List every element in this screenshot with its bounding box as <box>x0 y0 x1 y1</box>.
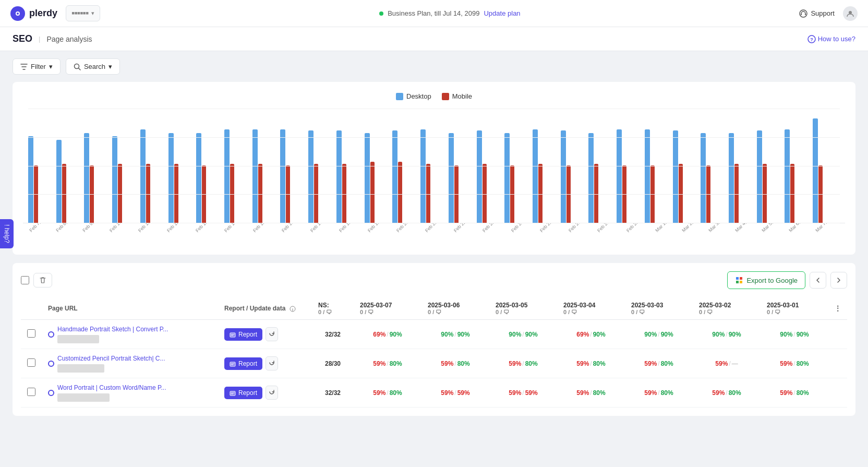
page-header-left: SEO | Page analysis <box>13 33 92 44</box>
refresh-button[interactable] <box>266 386 278 400</box>
bar-group <box>617 129 644 223</box>
row-checkbox[interactable] <box>27 329 35 338</box>
how-to-use-link[interactable]: ? How to use? <box>807 35 855 43</box>
chart-date-label: Mar 2, 2025 <box>681 223 703 233</box>
chart-date-label: Feb 13, 2025 <box>195 223 218 233</box>
seo-label: SEO <box>13 33 32 44</box>
desktop-bar <box>336 130 342 223</box>
chart-area: Feb 7, 2025Feb 8, 2025Feb 9, 2025Feb 10,… <box>23 109 845 244</box>
mobile-bar <box>118 164 122 223</box>
chart-date-label: Feb 8, 2025 <box>55 223 77 233</box>
url-thumbnail <box>57 393 110 402</box>
score-cell: 59%/80% <box>625 349 693 378</box>
score-cell: 59%/80% <box>557 349 625 378</box>
desktop-bar <box>56 140 62 223</box>
url-cell: Handmade Portrait Sketch | Convert P... <box>42 320 218 349</box>
bar-group <box>196 133 223 223</box>
refresh-button[interactable] <box>266 356 278 370</box>
table-row: Customized Pencil Portrait Sketch| C... … <box>21 349 847 378</box>
mobile-bar <box>90 165 94 223</box>
ns-cell: 28/30 <box>312 349 354 378</box>
table-toolbar-right: Export to Google <box>727 271 847 289</box>
update-plan-link[interactable]: Update plan <box>484 9 520 17</box>
help-bubble[interactable]: ! help? <box>0 219 14 248</box>
user-avatar[interactable] <box>843 6 858 21</box>
trash-icon <box>39 277 46 284</box>
bar-group <box>224 129 251 223</box>
mobile-bar <box>594 164 598 223</box>
row-checkbox[interactable] <box>27 388 35 396</box>
desktop-bar <box>252 129 258 223</box>
mobile-bar <box>314 164 318 223</box>
table-body: Handmade Portrait Sketch | Convert P... … <box>21 320 847 408</box>
table-container: Export to Google Page URL R <box>13 263 855 416</box>
page-url-link[interactable]: Customized Pencil Portrait Sketch| C... <box>57 355 165 362</box>
plan-selector[interactable]: ▪▪▪▪▪▪ ▾ <box>66 5 100 21</box>
row-checkbox-cell <box>21 349 42 378</box>
bar-group <box>365 133 392 223</box>
logo-text: plerdy <box>29 8 57 19</box>
table-row: Word Portrait | Custom Word/Name P... Re… <box>21 378 847 408</box>
master-checkbox[interactable] <box>21 276 29 284</box>
report-cell: Report <box>218 378 312 408</box>
more-cell <box>828 349 847 378</box>
score-cell: 69%/90% <box>354 320 421 349</box>
mobile-legend-color <box>442 93 449 100</box>
score-cell: 59%/80% <box>761 349 828 378</box>
filter-button[interactable]: Filter ▾ <box>13 58 61 75</box>
svg-rect-17 <box>230 362 235 366</box>
report-button[interactable]: Report <box>224 387 262 399</box>
chart-date-label: Feb 21, 2025 <box>424 223 448 233</box>
mobile-bar <box>706 165 710 223</box>
table-row: Handmade Portrait Sketch | Convert P... … <box>21 320 847 349</box>
chevron-icon: ▾ <box>91 10 94 17</box>
chart-date-label: Feb 18, 2025 <box>338 223 361 233</box>
svg-rect-16 <box>230 333 235 337</box>
report-button[interactable]: Report <box>224 357 262 370</box>
delete-button[interactable] <box>33 273 52 288</box>
export-google-button[interactable]: Export to Google <box>727 271 805 289</box>
score-cell: 90%/90% <box>625 320 693 349</box>
svg-rect-18 <box>230 391 235 396</box>
chart-date-label: Feb 10, 2025 <box>108 223 132 233</box>
score-cell: 59%/80% <box>761 378 828 408</box>
chart-date-label: Feb 16, 2025 <box>281 223 304 233</box>
score-cell: 90%/90% <box>489 320 557 349</box>
th-more: ⋮ <box>828 297 847 320</box>
next-page-button[interactable] <box>830 272 847 289</box>
mobile-label: Mobile <box>452 92 472 100</box>
desktop-bar <box>140 129 146 223</box>
report-icon <box>230 361 236 367</box>
refresh-button[interactable] <box>266 327 278 341</box>
bar-group <box>308 130 335 223</box>
report-button[interactable]: Report <box>224 328 262 341</box>
how-to-use-label: How to use? <box>818 35 855 43</box>
mobile-bar <box>62 164 66 223</box>
svg-rect-4 <box>801 14 802 15</box>
desktop-bar <box>168 133 174 223</box>
bar-group <box>252 129 280 223</box>
score-cell: 59%/80% <box>557 378 625 408</box>
svg-rect-10 <box>736 277 739 280</box>
row-checkbox[interactable] <box>27 358 35 367</box>
desktop-bar <box>420 129 426 223</box>
svg-point-3 <box>800 10 807 17</box>
search-button[interactable]: Search ▾ <box>66 58 120 75</box>
report-btn-group: Report <box>224 327 306 341</box>
mobile-bar <box>454 165 459 223</box>
score-cell: 59%/80% <box>489 349 557 378</box>
url-indicator <box>48 331 54 338</box>
desktop-bar <box>588 133 594 223</box>
topbar: plerdy ▪▪▪▪▪▪ ▾ Business Plan, till Jul … <box>0 0 868 27</box>
chart-date-label: Feb 24, 2025 <box>510 223 534 233</box>
support-button[interactable]: Support <box>799 9 835 18</box>
chevron-right-icon <box>836 277 842 283</box>
page-url-link[interactable]: Word Portrait | Custom Word/Name P... <box>57 384 166 391</box>
mobile-bar <box>763 164 767 223</box>
desktop-bar <box>84 133 89 223</box>
chart-date-label: Feb 15, 2025 <box>252 223 275 233</box>
desktop-bar <box>757 130 762 223</box>
score-cell: 90%/90% <box>761 320 828 349</box>
page-url-link[interactable]: Handmade Portrait Sketch | Convert P... <box>57 326 168 333</box>
prev-page-button[interactable] <box>810 272 826 289</box>
